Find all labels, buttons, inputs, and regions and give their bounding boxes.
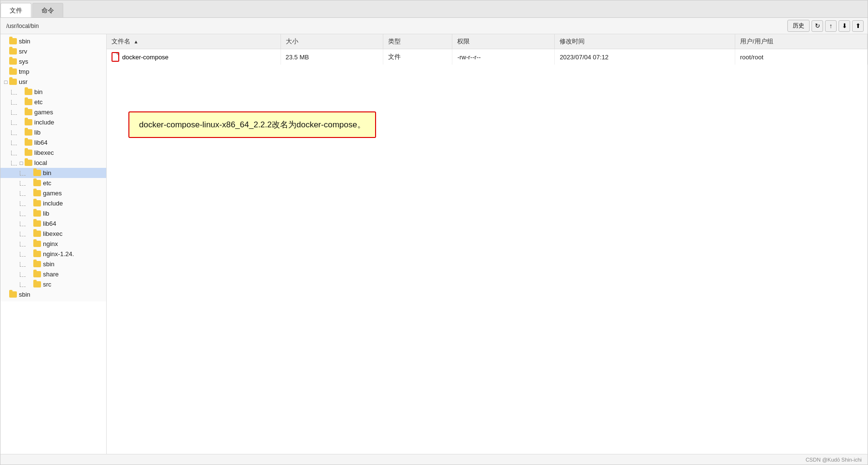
col-perms[interactable]: 权限 (452, 34, 555, 49)
folder-icon-sbin-bottom (9, 291, 17, 298)
sidebar-item-usr-games[interactable]: games (0, 107, 106, 117)
tree-connector (20, 221, 26, 226)
sidebar-item-usr-local-lib[interactable]: lib (0, 208, 106, 219)
sidebar-item-usr-local[interactable]: □ local (0, 158, 106, 168)
sidebar-item-usr-lib[interactable]: lib (0, 127, 106, 137)
file-size: 23.5 MB (280, 49, 383, 65)
tab-bar: 文件 命令 (0, 0, 868, 18)
sidebar-item-usr-local-nginx[interactable]: nginx (0, 239, 106, 249)
sidebar-item-usr-local-libexec[interactable]: libexec (0, 229, 106, 239)
file-icon (112, 52, 119, 62)
sidebar-item-sys[interactable]: sys (0, 56, 106, 67)
label-usr-local-lib: lib (43, 210, 49, 217)
folder-icon-tmp (9, 68, 17, 75)
upload-button[interactable]: ⬆ (852, 20, 864, 32)
label-usr-local-sbin: sbin (43, 260, 55, 268)
sidebar-item-sbin-0[interactable]: sbin (0, 36, 106, 46)
folder-icon-usr-local-libexec (33, 231, 41, 237)
label-usr-lib64: lib64 (34, 139, 47, 146)
sidebar-item-usr-local-src[interactable]: src (0, 279, 106, 289)
table-header-row: 文件名 ▲ 大小 类型 权限 修改时间 (107, 34, 868, 49)
path-display: /usr/local/bin (4, 22, 784, 30)
sidebar-item-usr-local-lib64[interactable]: lib64 (0, 219, 106, 229)
folder-icon-usr-local-lib (33, 210, 41, 217)
sidebar-item-tmp[interactable]: tmp (0, 67, 106, 77)
file-owner: root/root (735, 49, 868, 65)
folder-icon-usr-bin (25, 89, 32, 95)
up-button[interactable]: ↑ (825, 20, 837, 32)
folder-icon-usr-games (25, 109, 32, 115)
history-button[interactable]: 历史 (787, 20, 810, 32)
tree-connector (20, 191, 26, 196)
label-sbin-0: sbin (19, 38, 30, 45)
label-srv: srv (19, 48, 27, 55)
folder-icon-usr-local-games (33, 190, 41, 196)
sidebar-item-sbin-bottom[interactable]: sbin (0, 289, 106, 300)
tree-connector (11, 130, 17, 135)
file-panel: 文件名 ▲ 大小 类型 权限 修改时间 (107, 34, 868, 454)
sidebar-item-srv[interactable]: srv (0, 46, 106, 56)
col-owner[interactable]: 用户/用户组 (735, 34, 868, 49)
file-perms: -rw-r--r-- (452, 49, 555, 65)
label-usr-local-src: src (43, 281, 51, 288)
sidebar-item-usr-lib64[interactable]: lib64 (0, 137, 106, 148)
label-usr-libexec: libexec (34, 149, 54, 156)
tree-connector (20, 262, 26, 267)
sidebar-item-usr-etc[interactable]: etc (0, 97, 106, 107)
toggle-usr-local: □ (18, 160, 25, 166)
file-name-cell: docker-compose (107, 49, 280, 65)
main-content: sbin srv sys tmp (0, 34, 868, 454)
folder-icon-usr-lib (25, 129, 32, 136)
sidebar-item-usr-bin[interactable]: bin (0, 87, 106, 97)
tree-connector (11, 110, 17, 115)
sidebar-item-usr-local-bin[interactable]: bin (0, 168, 106, 178)
label-usr-local-libexec: libexec (43, 230, 62, 237)
sidebar-item-usr-local-etc[interactable]: etc (0, 178, 106, 188)
up-icon: ↑ (829, 22, 833, 29)
toolbar: /usr/local/bin 历史 ↻ ↑ ⬇ ⬆ (0, 18, 868, 34)
folder-icon-usr-local-include (33, 200, 41, 206)
tab-file[interactable]: 文件 (0, 3, 31, 17)
sort-arrow: ▲ (134, 39, 139, 44)
sidebar-item-usr-local-share[interactable]: share (0, 269, 106, 279)
col-size[interactable]: 大小 (280, 34, 383, 49)
toolbar-buttons: 历史 ↻ ↑ ⬇ ⬆ (787, 20, 864, 32)
label-usr-etc: etc (34, 98, 42, 106)
file-table: 文件名 ▲ 大小 类型 权限 修改时间 (107, 34, 868, 65)
refresh-button[interactable]: ↻ (812, 20, 823, 32)
file-type: 文件 (383, 49, 452, 65)
label-usr-local-bin: bin (43, 169, 51, 177)
tab-command[interactable]: 命令 (32, 3, 63, 17)
tree-connector (20, 201, 26, 206)
sidebar-item-usr-include[interactable]: include (0, 117, 106, 127)
col-type[interactable]: 类型 (383, 34, 452, 49)
folder-icon-sys (9, 58, 17, 65)
upload-icon: ⬆ (855, 22, 861, 29)
sidebar-item-usr-libexec[interactable]: libexec (0, 148, 106, 158)
sidebar-item-usr[interactable]: □ usr (0, 77, 106, 87)
col-modified[interactable]: 修改时间 (555, 34, 735, 49)
folder-icon-usr-local-sbin (33, 261, 41, 267)
col-name[interactable]: 文件名 ▲ (107, 34, 280, 49)
folder-icon-usr-lib64 (25, 139, 32, 146)
table-row[interactable]: docker-compose 23.5 MB 文件 -rw-r--r-- 202… (107, 49, 868, 65)
sidebar-item-usr-local-include[interactable]: include (0, 198, 106, 208)
sidebar-item-usr-local-games[interactable]: games (0, 188, 106, 198)
label-usr-local: local (34, 159, 47, 166)
refresh-icon: ↻ (815, 22, 820, 29)
tree-connector (20, 171, 26, 176)
label-sys: sys (19, 58, 28, 65)
download-button[interactable]: ⬇ (839, 20, 850, 32)
folder-icon-usr (9, 79, 17, 85)
folder-icon-usr-local-src (33, 281, 41, 287)
tree-connector (11, 140, 17, 145)
folder-icon-sbin-0 (9, 38, 17, 44)
app-window: 文件 命令 /usr/local/bin 历史 ↻ ↑ ⬇ ⬆ (0, 0, 868, 465)
status-text: CSDN @Kudō Shin-ichi (806, 457, 862, 463)
label-usr-local-etc: etc (43, 179, 51, 187)
tooltip-box: docker-compose-linux-x86_64_2.2.2改名为dock… (128, 111, 376, 138)
sidebar-item-usr-local-sbin[interactable]: sbin (0, 259, 106, 269)
tree-connector (11, 120, 17, 125)
label-usr-local-games: games (43, 190, 62, 197)
sidebar-item-usr-local-nginx124[interactable]: nginx-1.24. (0, 249, 106, 259)
